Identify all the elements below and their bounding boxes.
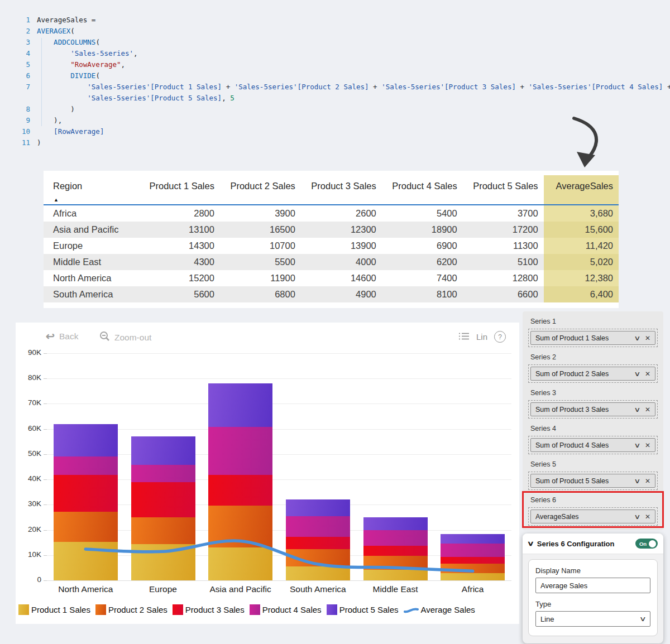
region-cell: Middle East [44, 254, 139, 270]
column-header-product-1-sales[interactable]: Product 1 Sales [139, 175, 220, 205]
chevron-down-icon[interactable]: ∨ [634, 370, 640, 378]
x-axis-label: Europe [125, 584, 202, 594]
type-select[interactable]: Line ∨ [535, 611, 650, 627]
code-token: ( [95, 38, 100, 46]
y-axis-label: 10K [17, 550, 41, 559]
chart-legend: Product 1 SalesProduct 2 SalesProduct 3 … [18, 604, 480, 615]
value-cell: 16500 [220, 222, 301, 238]
flow-arrow-icon [558, 115, 614, 173]
x-axis-label: Middle East [357, 584, 434, 594]
series6-config-title: Series 6 Configuration [537, 540, 635, 548]
table-row: Middle East430055004000620051005,020 [44, 254, 619, 270]
average-sales-line[interactable] [47, 353, 511, 580]
legend-item-product-2-sales[interactable]: Product 2 Sales [95, 604, 168, 615]
line-number [17, 93, 30, 104]
clear-icon[interactable]: ✕ [645, 406, 650, 414]
region-cell: Europe [44, 238, 139, 254]
value-cell: 5,020 [544, 254, 619, 270]
column-header-product-3-sales[interactable]: Product 3 Sales [301, 175, 382, 205]
value-cell: 8100 [382, 286, 463, 302]
code-line: 'Sales-5series'[Product 5 Sales], 5 [17, 93, 659, 104]
on-toggle[interactable]: On [635, 539, 658, 549]
column-header-region[interactable]: Region▲ [44, 175, 139, 205]
table-row: South America560068004900810066006,400 [44, 286, 619, 302]
value-cell: 3700 [463, 205, 544, 222]
code-line: 4 'Sales-5series', [17, 48, 659, 59]
help-icon[interactable]: ? [494, 331, 506, 343]
value-cell: 6800 [220, 286, 301, 302]
x-axis-label: South America [279, 584, 357, 594]
lin-mode-label[interactable]: Lin [476, 332, 487, 342]
chevron-down-icon[interactable]: ∨ [634, 513, 640, 521]
series-group-1: Series 1Sum of Product 1 Sales∨✕ [523, 313, 663, 349]
legend-item-product-1-sales[interactable]: Product 1 Sales [18, 604, 90, 615]
legend-item-product-5-sales[interactable]: Product 5 Sales [327, 604, 399, 615]
series-field-dropdown[interactable]: Sum of Product 1 Sales∨✕ [530, 331, 655, 345]
clear-icon[interactable]: ✕ [645, 370, 650, 378]
chevron-down-icon: ∨ [527, 540, 534, 547]
series-field-dropdown[interactable]: Sum of Product 3 Sales∨✕ [530, 402, 655, 416]
code-line: 2AVERAGEX( [17, 26, 659, 37]
back-button[interactable]: ↩ Back [46, 331, 78, 342]
clear-icon[interactable]: ✕ [645, 477, 650, 485]
legend-label: Product 1 Sales [31, 605, 90, 614]
series-field-value: Sum of Product 1 Sales [535, 334, 635, 342]
code-token [37, 38, 54, 46]
code-text: 'Sales-5series'[Product 5 Sales], 5 [37, 93, 234, 104]
column-header-averagesales[interactable]: AverageSales [544, 175, 619, 205]
code-text: AverageSales = [37, 15, 95, 26]
chevron-down-icon[interactable]: ∨ [634, 406, 640, 414]
code-token: 5 [230, 94, 234, 102]
region-cell: North America [44, 270, 139, 286]
legend-item-product-4-sales[interactable]: Product 4 Sales [250, 604, 322, 615]
code-token: ADDCOLUMNS [54, 38, 95, 46]
zoom-out-icon [99, 331, 110, 344]
y-tick [44, 580, 47, 581]
series-field-dropdown[interactable]: AverageSales∨✕ [530, 510, 655, 523]
chevron-down-icon[interactable]: ∨ [634, 441, 640, 449]
zoom-out-button[interactable]: Zoom-out [99, 331, 151, 344]
chevron-down-icon[interactable]: ∨ [634, 334, 640, 342]
table-row: North America15200119001460074001280012,… [44, 270, 619, 286]
series-field-dropdown[interactable]: Sum of Product 4 Sales∨✕ [530, 438, 655, 452]
legend-item-product-3-sales[interactable]: Product 3 Sales [173, 604, 245, 615]
chevron-down-icon: ∨ [639, 615, 647, 623]
line-number: 6 [17, 70, 30, 81]
column-header-product-5-sales[interactable]: Product 5 Sales [463, 175, 544, 205]
value-cell: 17200 [463, 222, 544, 238]
series-field-dropzone: AverageSales∨✕ [528, 507, 658, 526]
value-cell: 11,420 [544, 238, 619, 254]
code-text: 'Sales-5series'[Product 1 Sales] + 'Sale… [37, 81, 670, 93]
value-cell: 10700 [220, 238, 301, 254]
legend-item-average-sales[interactable]: Average Sales [404, 605, 475, 614]
clear-icon[interactable]: ✕ [645, 334, 650, 342]
code-token: ( [70, 27, 75, 35]
line-number: 1 [17, 15, 30, 26]
clear-icon[interactable]: ✕ [645, 513, 650, 521]
column-header-product-2-sales[interactable]: Product 2 Sales [220, 175, 301, 205]
value-cell: 13100 [139, 222, 220, 238]
value-cell: 7400 [382, 270, 463, 286]
value-cell: 4900 [301, 286, 382, 302]
code-line: 3 ADDCOLUMNS( [17, 37, 659, 48]
value-cell: 12,380 [544, 270, 619, 286]
line-number: 3 [17, 37, 30, 48]
series-field-dropdown[interactable]: Sum of Product 5 Sales∨✕ [530, 474, 655, 488]
clear-icon[interactable]: ✕ [645, 441, 650, 449]
code-token: + [222, 83, 234, 91]
code-text: ) [37, 104, 75, 115]
series-label: Series 2 [530, 353, 658, 361]
series-field-value: Sum of Product 2 Sales [535, 370, 635, 378]
legend-label: Product 2 Sales [108, 605, 168, 614]
table-row: Asia and Pacific131001650012300189001720… [44, 222, 619, 238]
config-fields-box: Display Name Average Sales Type Line ∨ [528, 559, 658, 636]
toggle-on-label: On [637, 541, 649, 547]
list-icon[interactable] [458, 332, 470, 342]
chevron-down-icon[interactable]: ∨ [634, 477, 640, 485]
display-name-input[interactable]: Average Sales [535, 578, 650, 593]
column-header-product-4-sales[interactable]: Product 4 Sales [382, 175, 463, 205]
y-axis-label: 80K [17, 373, 41, 382]
series6-config-header[interactable]: ∨ Series 6 Configuration On [523, 534, 663, 554]
series-field-dropdown[interactable]: Sum of Product 2 Sales∨✕ [530, 367, 655, 381]
code-text: ) [37, 137, 41, 148]
